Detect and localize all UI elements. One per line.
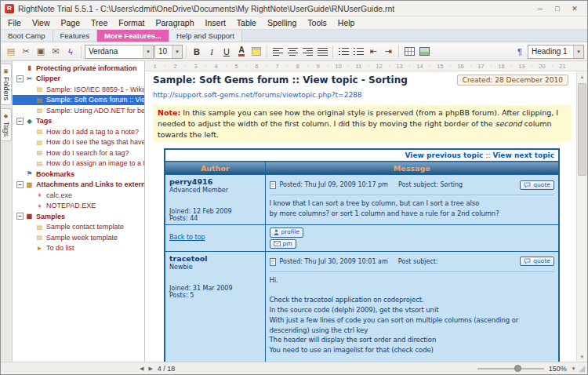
font-size-select[interactable]: 10 ▾ xyxy=(154,45,183,59)
align-right-icon[interactable] xyxy=(300,45,314,59)
tree-item[interactable]: −▥Attachments and Links to external file… xyxy=(13,180,144,191)
posted-timestamp: Posted: Thu Jul 09, 2009 10:17 pm xyxy=(280,181,388,188)
zoom-dropdown-icon[interactable]: ▾ xyxy=(571,366,577,372)
tree-item[interactable]: ▤Sample: Using ADO.NET for beginners - C… xyxy=(13,105,144,116)
pilcrow-icon[interactable]: ¶ xyxy=(513,45,527,59)
tree-item[interactable]: ♦calc.exe xyxy=(13,190,144,201)
vertical-scrollbar[interactable]: ▲ ▼ xyxy=(576,71,587,362)
panel-tab-tags[interactable]: ◆Tags xyxy=(2,108,12,141)
zoom-slider-thumb[interactable] xyxy=(514,365,521,372)
scissors-icon[interactable]: ✂ xyxy=(19,45,33,59)
minimize-button[interactable]: ─ xyxy=(532,2,549,14)
tree-item[interactable]: ▤Sample: ISO/IEC 8859-1 - Wikipedia, the… xyxy=(13,84,144,95)
scrollbar-thumb[interactable] xyxy=(578,83,586,176)
note-editor[interactable]: Sample: Soft Gems forum :: View topic - … xyxy=(145,71,576,362)
tree-item[interactable]: ▤How do I assign an image to a tag? xyxy=(13,158,144,169)
menu-page[interactable]: Page xyxy=(56,17,86,28)
indent-icon[interactable]: ⇥ xyxy=(381,45,395,59)
paragraph-style-select[interactable]: Heading 1 ▾ xyxy=(528,45,584,59)
mail-icon[interactable]: ✉ xyxy=(49,45,63,59)
tree-item[interactable]: −✂Clipper xyxy=(13,74,144,85)
tree-item[interactable]: −◆Tags xyxy=(13,116,144,127)
menu-insert[interactable]: Insert xyxy=(200,17,231,28)
back-to-top-cell: Back to top xyxy=(165,225,265,252)
lightning-icon[interactable]: ϟ xyxy=(64,45,78,59)
ruler-number: 14 xyxy=(415,63,425,70)
scroll-up-icon[interactable]: ▲ xyxy=(577,71,587,82)
collapse-icon[interactable]: − xyxy=(16,75,24,82)
highlight-icon[interactable] xyxy=(249,45,263,59)
tree-item[interactable]: ▤How do I see the tags that have been as… xyxy=(13,137,144,148)
ruler-number: 18 xyxy=(496,63,506,70)
tree-item[interactable]: ♦NOTEPAD.EXE xyxy=(13,201,144,212)
ruler-number: 4 xyxy=(211,63,221,70)
clipboard-icon[interactable]: ▣ xyxy=(34,45,48,59)
quote-button[interactable]: quote xyxy=(520,180,554,190)
align-justify-icon[interactable] xyxy=(315,45,329,59)
post-subject: Post subject: Sorting xyxy=(398,181,463,188)
tab-features[interactable]: Features xyxy=(53,30,98,42)
panel-tab-folders[interactable]: ▣Folders xyxy=(2,64,12,105)
scroll-down-icon[interactable]: ▼ xyxy=(577,351,587,362)
numbered-list-icon[interactable] xyxy=(351,45,365,59)
ruler-number: 16 xyxy=(456,63,466,70)
italic-icon[interactable]: I xyxy=(205,45,219,59)
bullet-list-icon[interactable] xyxy=(336,45,350,59)
ruler-number: 10 xyxy=(333,63,343,70)
collapse-icon[interactable]: − xyxy=(16,181,24,188)
back-to-top-link[interactable]: Back to top xyxy=(169,234,205,241)
table-icon[interactable] xyxy=(402,45,416,59)
maximize-button[interactable]: □ xyxy=(549,2,566,14)
font-color-icon[interactable]: A xyxy=(234,45,249,59)
align-left-icon[interactable] xyxy=(270,45,285,59)
close-button[interactable]: ✕ xyxy=(566,2,583,14)
tree-item[interactable]: ►To do list xyxy=(13,243,144,254)
tree-item[interactable]: ▤How do I search for a tag? xyxy=(13,147,144,158)
ruler-number: 17 xyxy=(476,63,486,70)
tree-item[interactable]: ▤Sample week template xyxy=(13,232,144,243)
ruler-tick: · xyxy=(425,63,435,70)
view-previous-topic-link[interactable]: View previous topic xyxy=(405,151,484,159)
menu-spelling[interactable]: Spelling xyxy=(262,17,302,28)
pm-button[interactable]: pm xyxy=(270,239,296,249)
profile-button[interactable]: profile xyxy=(270,228,304,237)
source-url-link[interactable]: http://support.soft-gems.net/forums/view… xyxy=(153,91,362,99)
page-icon: ▤ xyxy=(35,128,44,135)
menu-file[interactable]: File xyxy=(2,17,27,28)
outdent-icon[interactable]: ⇤ xyxy=(366,45,380,59)
collapse-icon[interactable]: − xyxy=(16,118,24,125)
tab-more-features[interactable]: More Features... xyxy=(97,30,169,42)
align-center-icon[interactable] xyxy=(285,45,299,59)
resize-grip[interactable]: ◢ xyxy=(579,364,585,373)
menu-tree[interactable]: Tree xyxy=(85,17,113,28)
next-note-icon[interactable]: ▶ xyxy=(147,366,154,372)
tree-item[interactable]: ▮Protecting private information xyxy=(13,63,144,74)
collapse-icon[interactable]: − xyxy=(16,213,24,220)
zoom-slider[interactable] xyxy=(477,365,544,373)
tree-item[interactable]: ▤Sample: Soft Gems forum :: View topic -… xyxy=(13,95,144,106)
diamond-icon: ♦ xyxy=(35,202,44,209)
menu-help[interactable]: Help xyxy=(332,17,361,28)
underline-icon[interactable]: U xyxy=(220,45,234,59)
image-icon[interactable] xyxy=(417,45,431,59)
quote-button[interactable]: quote xyxy=(520,257,554,266)
menu-paragraph[interactable]: Paragraph xyxy=(151,17,200,28)
tab-help-and-support[interactable]: Help and Support xyxy=(169,30,242,42)
expander-spacer xyxy=(27,160,34,167)
font-family-select[interactable]: Verdana ▾ xyxy=(85,45,154,59)
tree-item-label: Tags xyxy=(36,117,52,125)
menu-tools[interactable]: Tools xyxy=(302,17,332,28)
ruler-number: 3 xyxy=(191,63,201,70)
tree-item[interactable]: ⚑Bookmarks xyxy=(13,169,144,180)
tree-item[interactable]: ▤How do I add a tag to a note? xyxy=(13,126,144,137)
view-next-topic-link[interactable]: View next topic xyxy=(492,151,554,159)
menu-view[interactable]: View xyxy=(27,17,56,28)
tab-boot-camp[interactable]: Boot Camp xyxy=(1,30,53,42)
tree-item[interactable]: ▤Sample contact template xyxy=(13,222,144,233)
tree-item[interactable]: −▦Samples xyxy=(13,211,144,222)
previous-note-icon[interactable]: ◀ xyxy=(138,366,145,372)
menu-format[interactable]: Format xyxy=(113,17,150,28)
menu-table[interactable]: Table xyxy=(231,17,262,28)
new-note-icon[interactable]: ▤ xyxy=(4,45,18,59)
bold-icon[interactable]: B xyxy=(190,45,204,59)
